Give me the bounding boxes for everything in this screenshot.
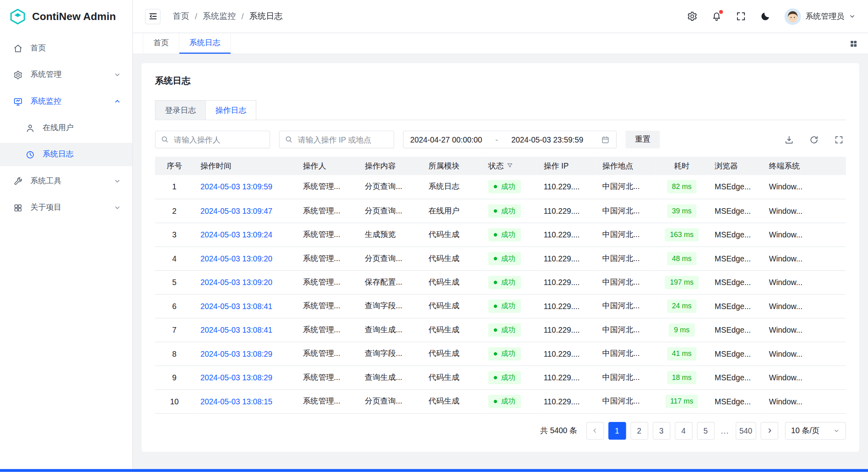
operation-time-link[interactable]: 2024-05-03 13:08:41: [200, 325, 273, 334]
status-dot-icon: [494, 209, 497, 212]
operation-time-link[interactable]: 2024-05-03 13:08:15: [200, 397, 273, 406]
browser-cell: MSEdge...: [708, 389, 762, 413]
location-cell: 中国河北...: [595, 366, 655, 389]
sidebar-item-label: 系统监控: [30, 96, 106, 106]
download-icon[interactable]: [784, 135, 794, 145]
sidebar-item-system-management[interactable]: 系统管理: [0, 63, 132, 86]
os-cell: Window...: [762, 175, 846, 199]
reset-button[interactable]: 重置: [625, 131, 660, 148]
status-dot-icon: [494, 233, 497, 236]
tab-grid-menu-icon[interactable]: [849, 39, 858, 48]
location-cell: 中国河北...: [595, 247, 655, 270]
pagination-ellipsis[interactable]: ...: [719, 426, 731, 435]
tab-login-logs[interactable]: 登录日志: [155, 100, 206, 119]
browser-cell: MSEdge...: [708, 223, 762, 246]
page-button-4[interactable]: 4: [675, 422, 692, 439]
app-window: ContiNew Admin 首页 系统管理 系统监控: [0, 0, 868, 472]
tab-operation-logs[interactable]: 操作日志: [206, 100, 257, 119]
os-cell: Window...: [762, 318, 846, 341]
status-dot-icon: [494, 400, 497, 403]
bottom-accent-bar: [0, 469, 868, 472]
ip-search: [279, 131, 394, 148]
sidebar-item-system-tools[interactable]: 系统工具: [0, 169, 132, 193]
breadcrumb-home[interactable]: 首页: [173, 11, 189, 22]
page-button-last[interactable]: 540: [736, 422, 756, 439]
col-header-content: 操作内容: [358, 157, 422, 175]
status-badge: 成功: [488, 323, 521, 336]
tab-home[interactable]: 首页: [143, 33, 179, 54]
sidebar-menu: 首页 系统管理 系统监控 在线用户 系统日志: [0, 33, 132, 223]
row-index-cell: 8: [155, 341, 194, 365]
page-button-1[interactable]: 1: [608, 422, 626, 439]
location-cell: 中国河北...: [595, 341, 655, 365]
operator-cell: 系统管理...: [296, 247, 358, 270]
menu-fold-button[interactable]: [145, 8, 160, 24]
status-badge: 成功: [488, 252, 521, 265]
status-dot-icon: [494, 352, 497, 355]
ip-cell: 110.229....: [537, 389, 596, 413]
os-cell: Window...: [762, 223, 846, 246]
notifications-button[interactable]: [712, 11, 722, 22]
sidebar-item-system-logs[interactable]: 系统日志: [0, 143, 132, 166]
cost-badge: 117 ms: [665, 395, 698, 408]
operation-time-link[interactable]: 2024-05-03 13:09:20: [200, 254, 273, 263]
module-cell: 代码生成: [422, 294, 481, 318]
ip-search-input[interactable]: [279, 131, 394, 148]
location-cell: 中国河北...: [595, 318, 655, 341]
table-row: 1 2024-05-03 13:09:59 系统管理... 分页查询... 系统…: [155, 175, 846, 199]
ip-cell: 110.229....: [537, 223, 596, 246]
sidebar-item-online-users[interactable]: 在线用户: [0, 116, 132, 139]
table-row: 8 2024-05-03 13:08:29 系统管理... 查询字段... 代码…: [155, 341, 846, 365]
cost-badge: 48 ms: [667, 252, 697, 265]
col-header-location: 操作地点: [595, 157, 655, 175]
table-row: 3 2024-05-03 13:09:24 系统管理... 生成预览 代码生成 …: [155, 223, 846, 246]
operation-time-link[interactable]: 2024-05-03 13:08:29: [200, 373, 273, 382]
operation-time-link[interactable]: 2024-05-03 13:09:24: [200, 230, 273, 239]
date-range-picker[interactable]: 2024-04-27 00:00:00 - 2024-05-03 23:59:5…: [403, 131, 617, 148]
content-cell: 查询生成...: [358, 318, 422, 341]
search-icon: [285, 135, 293, 144]
browser-cell: MSEdge...: [708, 341, 762, 365]
settings-gear-icon[interactable]: [687, 11, 698, 22]
operator-search-input[interactable]: [155, 131, 270, 148]
user-menu[interactable]: 系统管理员: [784, 8, 856, 24]
user-icon: [26, 123, 35, 133]
avatar: [784, 8, 801, 24]
col-header-cost: 耗时: [656, 157, 708, 175]
tab-label: 登录日志: [165, 106, 196, 114]
gear-icon: [13, 70, 23, 80]
system-log-card: 系统日志 登录日志 操作日志: [142, 63, 859, 452]
home-icon: [13, 44, 23, 53]
operation-time-link[interactable]: 2024-05-03 13:08:41: [200, 301, 273, 310]
sidebar-item-system-monitoring[interactable]: 系统监控: [0, 90, 132, 113]
sidebar-item-about-project[interactable]: 关于项目: [0, 196, 132, 219]
breadcrumb-system-monitoring[interactable]: 系统监控: [203, 11, 236, 22]
table-fullscreen-icon[interactable]: [834, 135, 844, 145]
refresh-icon[interactable]: [809, 135, 819, 145]
top-header: 首页 / 系统监控 / 系统日志: [133, 0, 868, 33]
page-button-3[interactable]: 3: [652, 422, 670, 439]
row-index-cell: 2: [155, 199, 194, 223]
operation-time-link[interactable]: 2024-05-03 13:08:29: [200, 349, 273, 358]
operation-time-link[interactable]: 2024-05-03 13:09:47: [200, 206, 273, 215]
tab-system-logs[interactable]: 系统日志: [179, 33, 231, 54]
page-size-select[interactable]: 10 条/页: [785, 422, 846, 439]
os-cell: Window...: [762, 199, 846, 223]
operation-time-link[interactable]: 2024-05-03 13:09:20: [200, 278, 273, 287]
app-logo[interactable]: ContiNew Admin: [0, 0, 132, 33]
ip-cell: 110.229....: [537, 318, 596, 341]
sidebar-item-home[interactable]: 首页: [0, 36, 132, 60]
dark-mode-moon-icon[interactable]: [760, 11, 770, 22]
page-button-2[interactable]: 2: [630, 422, 648, 439]
date-end: 2024-05-03 23:59:59: [511, 135, 583, 144]
page-button-5[interactable]: 5: [697, 422, 714, 439]
browser-cell: MSEdge...: [708, 270, 762, 294]
prev-page-button[interactable]: [586, 422, 603, 439]
next-page-button[interactable]: [761, 422, 778, 439]
cost-badge: 9 ms: [669, 323, 695, 336]
fullscreen-icon[interactable]: [736, 11, 746, 22]
status-filter-icon[interactable]: [507, 162, 513, 169]
username: 系统管理员: [806, 11, 844, 21]
location-cell: 中国河北...: [595, 175, 655, 199]
operation-time-link[interactable]: 2024-05-03 13:09:59: [200, 182, 273, 191]
